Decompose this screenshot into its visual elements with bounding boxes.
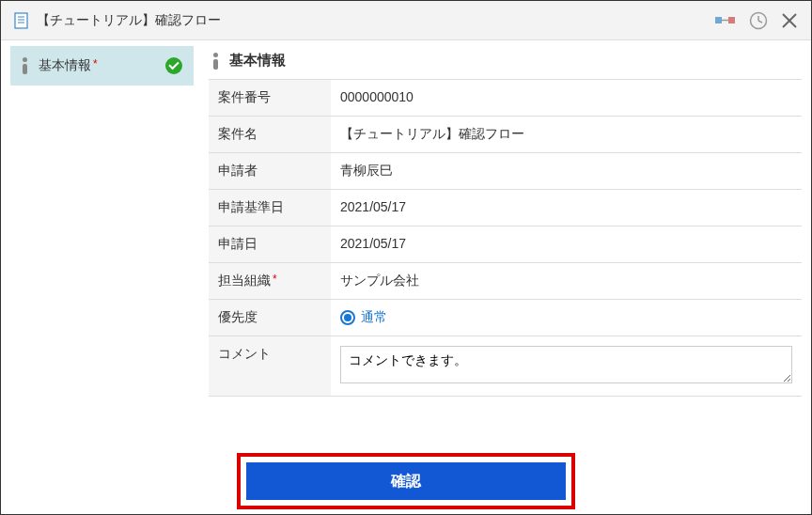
row-priority: 優先度 通常 bbox=[209, 300, 802, 336]
footer: 確認 bbox=[1, 453, 811, 509]
priority-radio-label: 通常 bbox=[361, 309, 387, 326]
form-table: 案件番号 0000000010 案件名 【チュートリアル】確認フロー 申請者 青… bbox=[209, 79, 802, 397]
highlight-box: 確認 bbox=[237, 453, 575, 509]
label-applicant: 申請者 bbox=[209, 153, 331, 190]
section-title-text: 基本情報 bbox=[229, 52, 286, 70]
label-priority: 優先度 bbox=[209, 300, 331, 336]
priority-radio[interactable]: 通常 bbox=[340, 309, 792, 326]
value-base-date: 2021/05/17 bbox=[331, 190, 802, 226]
check-icon bbox=[165, 57, 182, 74]
label-org-text: 担当組織 bbox=[218, 273, 271, 288]
label-case-name: 案件名 bbox=[209, 117, 331, 153]
row-base-date: 申請基準日 2021/05/17 bbox=[209, 190, 802, 226]
comment-input[interactable] bbox=[340, 346, 792, 383]
value-org: サンプル会社 bbox=[331, 263, 802, 300]
close-icon[interactable] bbox=[781, 12, 798, 29]
row-case-name: 案件名 【チュートリアル】確認フロー bbox=[209, 117, 802, 153]
svg-rect-4 bbox=[715, 17, 722, 23]
value-case-name: 【チュートリアル】確認フロー bbox=[331, 117, 802, 153]
header: 【チュートリアル】確認フロー bbox=[1, 1, 811, 40]
radio-icon bbox=[340, 310, 355, 325]
label-comment: コメント bbox=[209, 336, 331, 397]
history-icon[interactable] bbox=[749, 11, 768, 30]
svg-line-9 bbox=[758, 21, 762, 23]
sidebar: 基本情報* bbox=[10, 46, 194, 397]
header-left: 【チュートリアル】確認フロー bbox=[14, 12, 221, 29]
sidebar-item-basic-info[interactable]: 基本情報* bbox=[10, 46, 194, 86]
label-case-number: 案件番号 bbox=[209, 80, 331, 117]
header-actions bbox=[715, 11, 798, 30]
row-case-number: 案件番号 0000000010 bbox=[209, 80, 802, 117]
required-mark: * bbox=[93, 57, 98, 70]
sidebar-item-left: 基本情報* bbox=[22, 57, 98, 74]
value-applicant: 青柳辰巳 bbox=[331, 153, 802, 190]
value-priority: 通常 bbox=[331, 300, 802, 336]
label-base-date: 申請基準日 bbox=[209, 190, 331, 226]
row-org: 担当組織* サンプル会社 bbox=[209, 263, 802, 300]
row-applicant: 申請者 青柳辰巳 bbox=[209, 153, 802, 190]
content: 基本情報* 基本情報 案件番号 0000000010 案件名 【チュートリアル】… bbox=[1, 40, 811, 397]
info-icon bbox=[212, 53, 218, 70]
value-case-number: 0000000010 bbox=[331, 80, 802, 117]
label-apply-date: 申請日 bbox=[209, 226, 331, 263]
required-mark: * bbox=[273, 273, 277, 286]
main: 基本情報 案件番号 0000000010 案件名 【チュートリアル】確認フロー … bbox=[194, 46, 802, 397]
confirm-button[interactable]: 確認 bbox=[246, 462, 566, 500]
document-icon bbox=[14, 12, 29, 29]
flow-icon[interactable] bbox=[715, 13, 736, 28]
value-apply-date: 2021/05/17 bbox=[331, 226, 802, 263]
section-title: 基本情報 bbox=[209, 46, 802, 79]
row-comment: コメント bbox=[209, 336, 802, 397]
sidebar-item-label: 基本情報* bbox=[39, 57, 98, 74]
label-org: 担当組織* bbox=[209, 263, 331, 300]
svg-rect-5 bbox=[728, 17, 735, 23]
page-title: 【チュートリアル】確認フロー bbox=[37, 12, 221, 29]
sidebar-item-label-text: 基本情報 bbox=[39, 57, 91, 72]
row-apply-date: 申請日 2021/05/17 bbox=[209, 226, 802, 263]
svg-rect-0 bbox=[15, 13, 27, 28]
info-icon bbox=[22, 57, 27, 74]
value-comment-cell bbox=[331, 336, 802, 397]
